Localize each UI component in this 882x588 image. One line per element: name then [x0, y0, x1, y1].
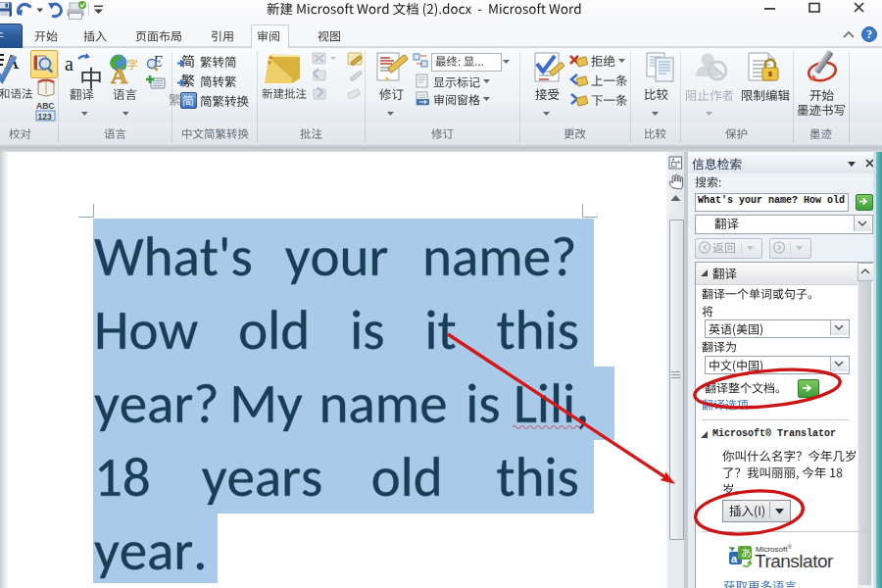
svg-text:?: ? [866, 27, 872, 41]
svg-text:ABC: ABC [36, 101, 54, 111]
svg-text:a: a [65, 53, 74, 74]
svg-text:123: 123 [38, 112, 52, 122]
svg-text:a: a [731, 553, 738, 564]
